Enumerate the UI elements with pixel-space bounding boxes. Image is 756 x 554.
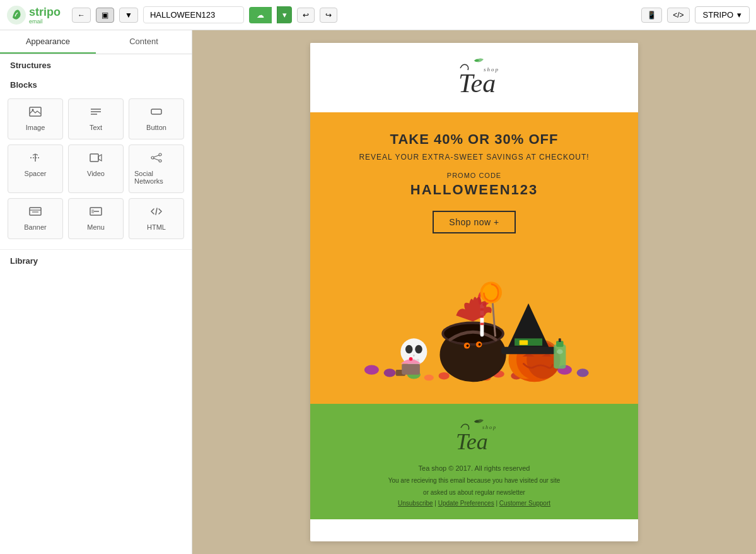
svg-line-16 [154, 158, 159, 160]
logo: stripo email [6, 5, 61, 25]
undo-button[interactable]: ↩ [297, 8, 315, 23]
block-text[interactable]: Text [68, 98, 124, 139]
block-spacer-label: Spacer [25, 170, 47, 177]
video-icon [90, 153, 102, 166]
svg-point-26 [384, 368, 396, 377]
footer-copyright: Tea shop © 2017. All rights reserved [323, 464, 625, 472]
footer-links: Unsubscribe | Update Preferences | Custo… [323, 500, 625, 507]
svg-point-14 [159, 160, 161, 162]
svg-text:Tea: Tea [456, 429, 488, 454]
svg-point-25 [364, 365, 379, 374]
tea-logo: shop Tea [323, 56, 625, 100]
text-icon [90, 107, 102, 120]
svg-point-42 [415, 345, 422, 353]
html-icon [150, 206, 163, 220]
email-header: shop Tea [310, 43, 638, 112]
block-text-label: Text [90, 124, 102, 131]
block-image-label: Image [26, 124, 45, 131]
svg-point-2 [32, 109, 34, 111]
panel-tabs: Appearance Content [0, 30, 192, 54]
svg-point-28 [577, 368, 589, 377]
block-spacer[interactable]: Spacer [8, 144, 63, 193]
svg-rect-71 [515, 338, 542, 345]
unsubscribe-link[interactable]: Unsubscribe [398, 500, 433, 507]
upload-arrow-icon: ▾ [282, 10, 287, 20]
mobile-icon: 📱 [647, 11, 656, 20]
block-button-label: Button [146, 124, 166, 131]
block-social-label: Social Networks [134, 170, 178, 185]
promo-code: HALLOWEEN123 [335, 182, 613, 198]
button-icon [150, 107, 163, 120]
code-view-button[interactable]: </> [667, 8, 689, 23]
upload-dropdown-button[interactable]: ▾ [277, 6, 292, 23]
email-container: shop Tea TAKE 40% OR 30% OFF REVEAL YOUR… [310, 43, 638, 541]
halloween-scene [335, 246, 613, 385]
tab-content[interactable]: Content [96, 30, 192, 54]
undo-icon: ↩ [303, 11, 309, 20]
offer-subtitle: REVEAL YOUR EXTRA-SWEET SAVINGS AT CHECK… [335, 153, 613, 162]
stripo-dropdown-icon: ▾ [737, 10, 741, 20]
block-menu[interactable]: Menu [68, 198, 124, 239]
stripo-label: STRIPO [703, 10, 733, 20]
svg-point-56 [479, 343, 481, 346]
block-menu-label: Menu [87, 223, 105, 231]
svg-rect-11 [90, 154, 98, 162]
upload-button[interactable]: ☁ [249, 7, 272, 23]
svg-point-76 [557, 350, 563, 355]
view-toggle-button[interactable]: ▣ [96, 8, 114, 23]
redo-button[interactable]: ↪ [320, 8, 337, 23]
stripo-logo-icon [6, 5, 26, 25]
mobile-view-button[interactable]: 📱 [641, 8, 662, 23]
back-button[interactable]: ← [72, 8, 91, 23]
svg-rect-46 [402, 364, 420, 375]
block-banner-label: Banner [24, 223, 46, 231]
blocks-title: Blocks [0, 74, 192, 93]
svg-point-35 [424, 375, 434, 381]
offer-title: TAKE 40% OR 30% OFF [335, 131, 613, 148]
block-image[interactable]: Image [8, 98, 63, 139]
promo-code-input[interactable] [143, 6, 244, 23]
banner-icon [29, 206, 42, 220]
block-html-label: HTML [147, 223, 166, 231]
structures-title: Structures [0, 54, 192, 74]
preview-area: shop Tea TAKE 40% OR 30% OFF REVEAL YOUR… [192, 30, 756, 554]
stripo-user-button[interactable]: STRIPO ▾ [695, 6, 750, 23]
footer-logo: shop Tea [323, 416, 625, 457]
upload-icon: ☁ [257, 11, 264, 20]
svg-point-41 [405, 345, 412, 353]
svg-rect-61 [480, 322, 484, 325]
redo-icon: ↪ [325, 11, 332, 20]
svg-point-55 [467, 345, 469, 347]
svg-point-31 [439, 372, 450, 379]
code-icon: </> [673, 11, 683, 20]
svg-text:Tea: Tea [458, 69, 496, 98]
tab-appearance[interactable]: Appearance [0, 30, 96, 54]
shop-now-button[interactable]: Shop now + [433, 211, 515, 233]
logo-brand: stripo [29, 6, 61, 18]
menu-icon [90, 206, 102, 220]
svg-rect-75 [559, 338, 561, 342]
toolbar: stripo email ← ▣ ▼ ☁ ▾ ↩ ↪ 📱 </> STRIPO … [0, 0, 756, 30]
block-button[interactable]: Button [129, 98, 184, 139]
svg-rect-73 [554, 345, 566, 368]
halloween-illustration [335, 246, 613, 385]
footer-desc-line1: You are recieving this email because you… [323, 476, 625, 485]
main-area: Appearance Content Structures Blocks Ima… [0, 30, 756, 554]
spacer-icon [29, 153, 42, 166]
left-panel: Appearance Content Structures Blocks Ima… [0, 30, 192, 554]
customer-support-link[interactable]: Customer Support [499, 500, 550, 507]
svg-rect-6 [151, 109, 161, 114]
footer-tea-logo-svg: shop Tea [433, 416, 515, 454]
svg-rect-70 [501, 347, 555, 354]
promo-label: PROMO CODE [335, 172, 613, 179]
svg-rect-17 [30, 208, 41, 215]
svg-point-47 [409, 357, 413, 361]
email-body: TAKE 40% OR 30% OFF REVEAL YOUR EXTRA-SW… [310, 112, 638, 404]
block-social[interactable]: Social Networks [129, 144, 184, 193]
block-html[interactable]: HTML [129, 198, 184, 239]
dropdown-button[interactable]: ▼ [119, 8, 138, 23]
update-preferences-link[interactable]: Update Preferences [438, 500, 494, 507]
block-banner[interactable]: Banner [8, 198, 63, 239]
block-video[interactable]: Video [68, 144, 124, 193]
svg-point-12 [151, 156, 154, 159]
